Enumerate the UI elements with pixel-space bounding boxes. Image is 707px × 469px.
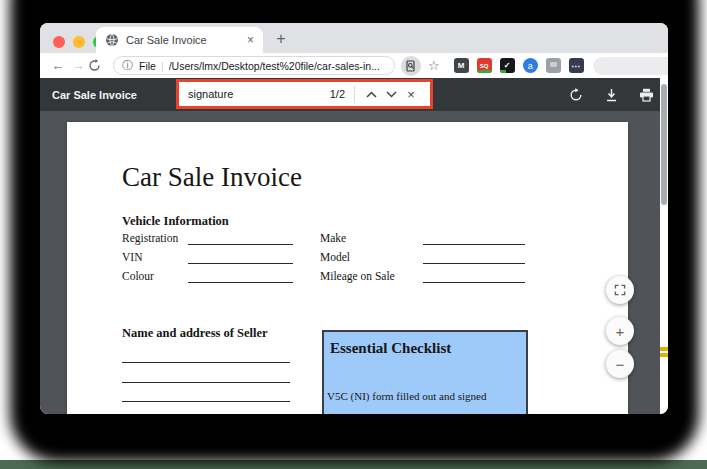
extension-check-icon[interactable]: ✓	[500, 58, 515, 73]
fit-page-button[interactable]	[606, 276, 634, 304]
field-label: VIN	[122, 251, 142, 263]
page-info-icon[interactable]: ⓘ	[122, 58, 133, 73]
screenshot-canvas: Car Sale Invoice × + ← → ⓘ File | /Users…	[0, 0, 707, 469]
blank-line	[188, 244, 293, 245]
field-label: Mileage on Sale	[320, 270, 395, 282]
find-divider	[354, 86, 355, 103]
extension-icons: M SQ ✓ a ⋯	[454, 58, 584, 73]
reload-button[interactable]	[88, 59, 108, 72]
pdf-document-title: Car Sale Invoice	[52, 78, 137, 111]
field-label: Model	[320, 251, 350, 263]
field-label: Colour	[122, 270, 154, 282]
print-icon[interactable]	[638, 87, 654, 103]
zoom-out-button[interactable]: −	[606, 350, 634, 378]
browser-window: Car Sale Invoice × + ← → ⓘ File | /Users…	[40, 23, 668, 414]
vehicle-row-colour-mileage: Colour Mileage on Sale	[122, 270, 592, 285]
find-previous-button[interactable]	[361, 83, 381, 105]
find-result-marker	[660, 353, 668, 357]
extension-a-icon[interactable]: a	[523, 58, 538, 73]
pdf-toolbar-actions	[568, 78, 654, 111]
address-bar: ← → ⓘ File | /Users/lmx/Desktop/test%20f…	[40, 53, 668, 78]
new-tab-button[interactable]: +	[268, 26, 294, 52]
scrollbar-track[interactable]	[660, 78, 668, 414]
document-title: Car Sale Invoice	[122, 162, 302, 193]
minimize-window-button[interactable]	[73, 36, 85, 48]
find-result-marker	[660, 347, 668, 351]
profile-button[interactable]	[593, 57, 668, 75]
bookmark-star-icon[interactable]: ☆	[428, 58, 440, 73]
field-label: Registration	[122, 232, 178, 244]
extension-dots-icon[interactable]: ⋯	[569, 58, 584, 73]
tab-strip: Car Sale Invoice × +	[40, 23, 668, 53]
blank-line	[423, 263, 525, 264]
seller-heading: Name and address of Seller	[122, 326, 268, 341]
url-separator: |	[161, 60, 164, 72]
find-input[interactable]: signature	[188, 88, 330, 100]
blank-line	[188, 263, 293, 264]
pdf-page: Car Sale Invoice Vehicle Information Reg…	[67, 122, 628, 414]
find-match-count: 1/2	[330, 88, 345, 100]
extension-sq-icon[interactable]: SQ	[477, 58, 492, 73]
blank-line	[188, 282, 293, 283]
globe-favicon-icon	[105, 33, 119, 47]
find-next-button[interactable]	[381, 83, 401, 105]
tab-title: Car Sale Invoice	[126, 34, 247, 46]
blank-line	[122, 362, 290, 363]
find-bar: signature 1/2 ×	[176, 79, 433, 109]
url-scheme-label: File	[139, 60, 156, 72]
download-icon[interactable]	[603, 87, 619, 103]
url-path-text: /Users/lmx/Desktop/test%20file/car-sales…	[169, 60, 386, 72]
extension-gray-icon[interactable]	[546, 58, 561, 73]
blank-line	[122, 382, 290, 383]
blank-line	[122, 401, 290, 402]
zoom-in-button[interactable]: +	[606, 317, 634, 345]
url-field[interactable]: ⓘ File | /Users/lmx/Desktop/test%20file/…	[113, 56, 395, 75]
essential-checklist-box: Essential Checklist V5C (NI) form filled…	[322, 330, 528, 414]
pdf-find-in-page-icon[interactable]	[401, 56, 421, 76]
close-window-button[interactable]	[53, 36, 65, 48]
vehicle-information-heading: Vehicle Information	[122, 214, 229, 229]
pdf-toolbar: Car Sale Invoice signature 1/2 ×	[40, 78, 668, 111]
pdf-viewer: Car Sale Invoice signature 1/2 ×	[40, 78, 668, 414]
scrollbar-thumb[interactable]	[661, 84, 667, 205]
blank-line	[423, 282, 525, 283]
checklist-item: V5C (NI) form filled out and signed	[327, 390, 486, 402]
find-close-button[interactable]: ×	[401, 83, 421, 105]
back-button[interactable]: ←	[48, 58, 68, 73]
checklist-heading: Essential Checklist	[330, 340, 451, 357]
tab-close-icon[interactable]: ×	[247, 33, 254, 47]
extension-m-icon[interactable]: M	[454, 58, 469, 73]
vehicle-row-registration-make: Registration Make	[122, 232, 592, 247]
rotate-icon[interactable]	[568, 87, 584, 103]
field-label: Make	[320, 232, 346, 244]
vehicle-row-vin-model: VIN Model	[122, 251, 592, 266]
blank-line	[423, 244, 525, 245]
browser-tab[interactable]: Car Sale Invoice ×	[96, 27, 263, 53]
forward-button: →	[68, 58, 88, 73]
